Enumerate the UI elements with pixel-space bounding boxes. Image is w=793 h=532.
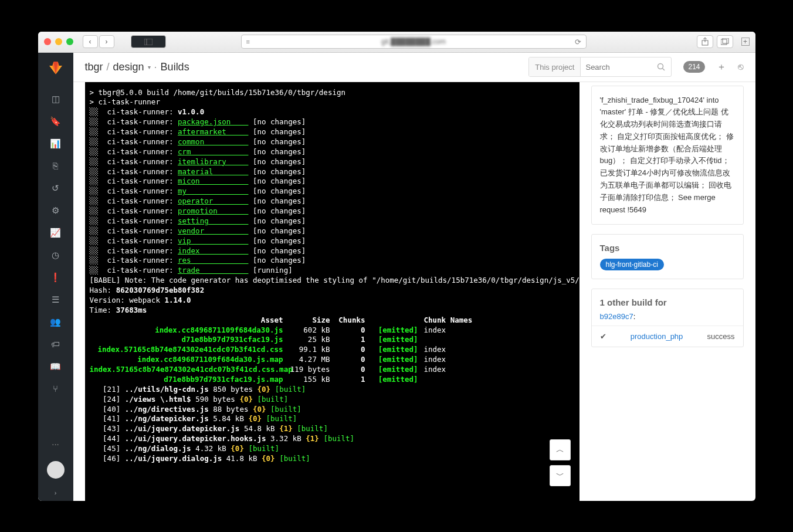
commit-sha-link[interactable]: b92e89c7 <box>600 312 633 321</box>
build-log-terminal[interactable]: > tbgr@5.0.0 build /home/git/builds/15b7… <box>85 82 580 501</box>
breadcrumb-group[interactable]: tbgr <box>85 61 103 73</box>
user-avatar[interactable] <box>47 461 65 479</box>
scroll-top-button[interactable]: ︿ <box>550 439 571 460</box>
close-window-button[interactable] <box>44 38 51 45</box>
content: > tbgr@5.0.0 build /home/git/builds/15b7… <box>73 82 755 501</box>
todos-counter[interactable]: 214 <box>683 61 704 73</box>
svg-line-7 <box>663 69 665 71</box>
side-nav: ◫ 🔖 📊 ⎘ ↺ ⚙ 📈 ◷ ❗ ☰ 👥 🏷 📖 ⑂ <box>38 82 73 400</box>
sidebar-item-repo[interactable]: 🔖 <box>38 110 73 133</box>
app: ◫ 🔖 📊 ⎘ ↺ ⚙ 📈 ◷ ❗ ☰ 👥 🏷 📖 ⑂ ··· › <box>38 53 755 501</box>
other-builds-panel: 1 other build for b92e89c7: ✔ production… <box>591 289 744 347</box>
gitlab-logo[interactable] <box>38 53 73 82</box>
commit-message-panel: 'f_zhishi_trade_fixbug_170424' into 'mas… <box>591 86 744 225</box>
svg-rect-5 <box>723 38 728 43</box>
traffic-lights <box>44 38 73 45</box>
tags-panel: Tags hlg-front-gitlab-ci <box>591 234 744 279</box>
tags-title: Tags <box>592 235 743 255</box>
nav-buttons: ‹ › <box>83 35 114 48</box>
svg-rect-4 <box>721 39 727 45</box>
signout-icon[interactable]: ⎋ <box>738 62 744 72</box>
right-column: 'f_zhishi_trade_fixbug_170424' into 'mas… <box>591 82 744 501</box>
sidebar-item-builds[interactable]: ⚙ <box>38 199 73 222</box>
sidebar-item-schedules[interactable]: ◷ <box>38 244 73 266</box>
svg-rect-0 <box>144 39 152 45</box>
breadcrumb: tbgr / design ▾ · Builds <box>85 61 189 73</box>
sidebar-item-pipelines[interactable]: ⎘ <box>38 155 73 177</box>
other-build-row[interactable]: ✔ production_php success <box>592 326 743 347</box>
forward-button[interactable]: › <box>99 35 114 48</box>
scroll-bottom-button[interactable]: ﹀ <box>550 465 571 486</box>
search-group: This project <box>528 57 672 77</box>
sidebar-item-members[interactable]: 👥 <box>38 311 73 333</box>
new-tab-button[interactable]: + <box>741 38 750 46</box>
browser-chrome: ‹ › ≡ git.████████.com ⟳ + <box>38 32 755 53</box>
sidebar-item-wiki[interactable]: 📖 <box>38 355 73 378</box>
breadcrumb-project[interactable]: design <box>113 61 144 73</box>
url-bar[interactable]: ≡ git.████████.com ⟳ <box>241 35 587 49</box>
plus-icon[interactable]: ＋ <box>717 61 726 73</box>
sidebar-item-history[interactable]: ↺ <box>38 177 73 199</box>
chrome-right-tools: + <box>697 35 750 48</box>
topbar: tbgr / design ▾ · Builds This project 21… <box>73 53 755 82</box>
sidebar-item-labels[interactable]: 🏷 <box>38 333 73 355</box>
tag-pill[interactable]: hlg-front-gitlab-ci <box>600 259 664 270</box>
tabs-button[interactable] <box>717 35 733 48</box>
maximize-window-button[interactable] <box>66 38 73 45</box>
search-scope[interactable]: This project <box>529 57 581 76</box>
other-build-name: production_php <box>614 332 700 341</box>
sidebar-item-more[interactable]: ··· <box>38 433 73 455</box>
other-build-status: success <box>707 332 735 341</box>
main: tbgr / design ▾ · Builds This project 21… <box>73 53 755 501</box>
svg-point-6 <box>658 64 663 69</box>
show-sidebar-button[interactable] <box>131 35 166 48</box>
minimize-window-button[interactable] <box>55 38 62 45</box>
sidebar-item-graphs[interactable]: 📈 <box>38 222 73 244</box>
url-text: git.████████.com <box>381 38 446 46</box>
commit-message: 'f_zhishi_trade_fixbug_170424' into 'mas… <box>592 86 743 225</box>
sidebar-item-activity[interactable]: 📊 <box>38 133 73 155</box>
other-builds-title: 1 other build for <box>592 289 743 312</box>
share-button[interactable] <box>697 35 713 48</box>
chevron-down-icon[interactable]: ▾ <box>148 64 151 70</box>
sidebar-collapse-button[interactable]: › <box>38 484 73 501</box>
reader-icon: ≡ <box>246 38 250 45</box>
sidebar-item-fork[interactable]: ⑂ <box>38 378 73 400</box>
reload-icon[interactable]: ⟳ <box>575 38 581 46</box>
sidebar: ◫ 🔖 📊 ⎘ ↺ ⚙ 📈 ◷ ❗ ☰ 👥 🏷 📖 ⑂ ··· › <box>38 53 73 501</box>
browser-window: ‹ › ≡ git.████████.com ⟳ + ◫ <box>38 32 755 501</box>
search-input[interactable] <box>581 57 651 76</box>
back-button[interactable]: ‹ <box>83 35 98 48</box>
sidebar-item-project[interactable]: ◫ <box>38 88 73 110</box>
sidebar-item-environments[interactable]: ☰ <box>38 289 73 311</box>
search-icon[interactable] <box>651 57 671 76</box>
scroll-controls: ︿ ﹀ <box>550 439 571 486</box>
page-title: Builds <box>161 61 189 73</box>
sidebar-item-issues[interactable]: ❗ <box>38 266 73 289</box>
check-icon: ✔ <box>600 332 606 341</box>
